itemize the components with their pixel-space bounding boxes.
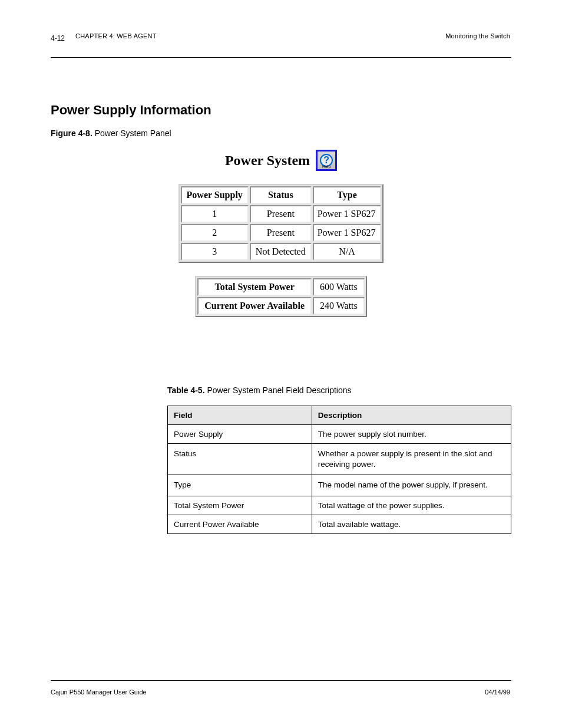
power-summary-table: Total System Power 600 Watts Current Pow… xyxy=(195,276,367,317)
table-row: Total System Power Total wattage of the … xyxy=(168,496,511,515)
table-row: Status Whether a power supply is present… xyxy=(168,444,511,475)
desc-desc-2: The model name of the power supply, if p… xyxy=(312,475,511,496)
ps-status-1: Present xyxy=(250,205,312,223)
help-button[interactable]: ? Help xyxy=(316,150,337,171)
figure-title-row: Power System ? Help xyxy=(225,150,337,171)
page-number-top: 4-12 xyxy=(51,34,65,42)
table-row: Current Power Available Total available … xyxy=(168,515,511,533)
ps-type-1: Power 1 SP627 xyxy=(313,205,382,223)
ps-table-header-row: Power Supply Status Type xyxy=(181,186,382,204)
desc-field-4: Current Power Available xyxy=(168,515,312,533)
avail-power-label: Current Power Available xyxy=(197,297,312,315)
summary-row: Total System Power 600 Watts xyxy=(197,278,365,296)
ps-status-3: Not Detected xyxy=(250,243,312,261)
ps-col-status: Status xyxy=(250,186,312,204)
desc-table-caption: Table 4-5. Power System Panel Field Desc… xyxy=(167,386,352,395)
desc-desc-0: The power supply slot number. xyxy=(312,425,511,444)
ps-type-2: Power 1 SP627 xyxy=(313,224,382,242)
summary-row: Current Power Available 240 Watts xyxy=(197,297,365,315)
page-root: 4-12 CHAPTER 4: WEB AGENT Monitoring the… xyxy=(0,0,562,728)
power-supply-table: Power Supply Status Type 1 Present Power… xyxy=(178,184,384,263)
avail-power-value: 240 Watts xyxy=(313,297,365,315)
footer-rule xyxy=(51,680,511,681)
total-power-value: 600 Watts xyxy=(313,278,365,296)
field-description-table: Field Description Power Supply The power… xyxy=(167,406,511,534)
footer-right-text: 04/14/99 xyxy=(485,689,510,696)
header-left-text: CHAPTER 4: WEB AGENT xyxy=(75,32,157,39)
ps-status-2: Present xyxy=(250,224,312,242)
figure-caption: Figure 4-8. Power System Panel xyxy=(51,129,171,138)
panel-title: Power System xyxy=(225,153,310,169)
ps-col-supply: Power Supply xyxy=(181,186,249,204)
desc-col-desc: Description xyxy=(312,406,511,425)
ps-supply-3: 3 xyxy=(181,243,249,261)
footer-left-text: Cajun P550 Manager User Guide xyxy=(51,689,147,696)
desc-desc-3: Total wattage of the power supplies. xyxy=(312,496,511,515)
help-label: Help xyxy=(322,164,330,169)
desc-field-2: Type xyxy=(168,475,312,496)
header-rule xyxy=(51,57,511,58)
figure-label: Figure 4-8. xyxy=(51,129,95,138)
total-power-label: Total System Power xyxy=(197,278,312,296)
figure-title: Power System Panel xyxy=(95,129,171,138)
header-right-text: Monitoring the Switch xyxy=(445,32,510,39)
desc-desc-1: Whether a power supply is present in the… xyxy=(312,444,511,475)
desc-col-field: Field xyxy=(168,406,312,425)
table-row: 1 Present Power 1 SP627 xyxy=(181,205,382,223)
desc-table-title: Power System Panel Field Descriptions xyxy=(207,386,351,395)
figure-block: Power System ? Help Power Supply Status … xyxy=(0,150,562,317)
table-row: Power Supply The power supply slot numbe… xyxy=(168,425,511,444)
desc-header-row: Field Description xyxy=(168,406,511,425)
table-row: 2 Present Power 1 SP627 xyxy=(181,224,382,242)
desc-table-label: Table 4-5. xyxy=(167,386,207,395)
desc-desc-4: Total available wattage. xyxy=(312,515,511,533)
desc-field-0: Power Supply xyxy=(168,425,312,444)
table-row: 3 Not Detected N/A xyxy=(181,243,382,261)
ps-type-3: N/A xyxy=(313,243,382,261)
ps-supply-1: 1 xyxy=(181,205,249,223)
desc-field-1: Status xyxy=(168,444,312,475)
ps-supply-2: 2 xyxy=(181,224,249,242)
ps-col-type: Type xyxy=(313,186,382,204)
section-title: Power Supply Information xyxy=(51,103,211,118)
table-row: Type The model name of the power supply,… xyxy=(168,475,511,496)
desc-field-3: Total System Power xyxy=(168,496,312,515)
